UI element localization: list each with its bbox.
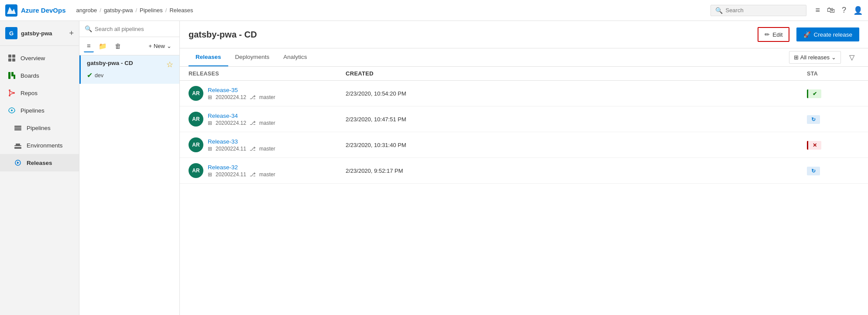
repos-icon [7, 89, 16, 97]
build-icon: ⊞ [208, 94, 212, 100]
table-row[interactable]: AR Release-33 ⊞ 20200224.11 ⎇ master 2/2… [180, 132, 868, 158]
star-icon[interactable]: ☆ [166, 60, 173, 69]
status-badge: ↻ [807, 167, 820, 175]
status-col: ✕ [807, 141, 859, 148]
help-icon[interactable]: ? [842, 6, 846, 15]
breadcrumb-pipelines[interactable]: Pipelines [140, 7, 163, 14]
chevron-down-icon: ⌄ [167, 43, 172, 49]
sidebar: G gatsby-pwa + Overview [0, 21, 79, 315]
settings-icon[interactable]: ≡ [815, 6, 820, 15]
releases-table: Releases Created Sta AR Release-35 ⊞ 202… [180, 67, 868, 315]
topbar-actions: ≡ 🛍 ? 👤 [815, 6, 863, 15]
page-title: gatsby-pwa - CD [189, 30, 751, 40]
sidebar-item-pipelines[interactable]: Pipelines [0, 119, 79, 137]
svg-rect-18 [14, 129, 21, 130]
table-row[interactable]: AR Release-35 ⊞ 20200224.12 ⎇ master 2/2… [180, 81, 868, 106]
filter-button[interactable]: ▽ [844, 50, 859, 65]
environments-icon [14, 141, 22, 150]
topbar-search-box[interactable] [710, 5, 806, 16]
pipeline-search-input[interactable] [95, 26, 174, 32]
pencil-icon: ✏ [765, 31, 770, 38]
project-info: G gatsby-pwa [5, 27, 52, 39]
app-logo[interactable]: Azure DevOps [5, 4, 66, 17]
project-avatar: G [5, 27, 17, 39]
plus-icon: + [148, 43, 152, 49]
breadcrumb-project[interactable]: gatsby-pwa [104, 7, 133, 14]
table-row[interactable]: AR Release-32 ⊞ 20200224.11 ⎇ master 2/2… [180, 158, 868, 184]
breadcrumb-angrobe[interactable]: angrobe [76, 7, 97, 14]
new-pipeline-button[interactable]: + New ⌄ [145, 41, 175, 51]
avatar: AR [189, 137, 203, 152]
topbar: Azure DevOps angrobe / gatsby-pwa / Pipe… [0, 0, 868, 21]
sep3: / [165, 7, 167, 14]
svg-rect-20 [16, 144, 20, 145]
search-icon [715, 7, 723, 14]
branch-name: master [259, 120, 275, 126]
folder-button[interactable]: 📁 [96, 40, 110, 52]
svg-point-10 [9, 95, 10, 96]
sidebar-item-releases[interactable]: Releases [0, 154, 79, 171]
pipeline-search-bar: 🔍 [79, 21, 179, 37]
release-col: AR Release-34 ⊞ 20200224.12 ⎇ master [189, 112, 346, 127]
svg-rect-2 [8, 55, 11, 58]
status-badge: ↻ [807, 115, 820, 124]
pipeline-toolbar: ≡ 📁 🗑 + New ⌄ [79, 37, 179, 55]
created-col: 2/23/2020, 10:31:40 PM [346, 142, 807, 148]
svg-line-14 [10, 93, 14, 95]
status-col: ✔ [807, 90, 859, 97]
table-row[interactable]: AR Release-34 ⊞ 20200224.12 ⎇ master 2/2… [180, 106, 868, 132]
pipelines-group-icon [7, 106, 16, 115]
sep2: / [135, 7, 137, 14]
tabs-left: Releases Deployments Analytics [189, 48, 314, 66]
tab-analytics[interactable]: Analytics [276, 48, 314, 66]
avatar: AR [189, 163, 203, 178]
svg-rect-7 [11, 72, 14, 76]
svg-rect-17 [14, 127, 21, 129]
sidebar-label-pipelines: Pipelines [27, 125, 51, 131]
sidebar-item-repos[interactable]: Repos [0, 84, 79, 102]
sidebar-item-overview[interactable]: Overview [0, 49, 79, 67]
sidebar-item-boards[interactable]: Boards [0, 67, 79, 84]
boards-icon [7, 71, 16, 80]
all-releases-dropdown[interactable]: ⊞ All releases ⌄ [789, 51, 841, 64]
avatar: AR [189, 86, 203, 101]
sidebar-item-pipelines-group[interactable]: Pipelines [0, 102, 79, 119]
tab-deployments[interactable]: Deployments [228, 48, 277, 66]
release-name: Release-34 [208, 113, 275, 119]
main-content: gatsby-pwa - CD ✏ Edit 🚀 Create release … [180, 21, 868, 315]
branch-icon: ⎇ [250, 94, 256, 100]
add-project-button[interactable]: + [69, 29, 74, 38]
all-releases-label: All releases [800, 54, 830, 61]
pipeline-search-icon: 🔍 [85, 25, 92, 32]
pipeline-list-item[interactable]: gatsby-pwa - CD ☆ ✔ dev [79, 55, 179, 84]
list-view-button[interactable]: ≡ [84, 40, 94, 52]
tab-releases[interactable]: Releases [189, 48, 228, 66]
search-input[interactable] [725, 7, 802, 14]
build-number: 20200224.11 [216, 171, 246, 178]
svg-point-15 [11, 110, 13, 111]
breadcrumb: angrobe / gatsby-pwa / Pipelines / Relea… [76, 7, 707, 14]
svg-line-13 [10, 91, 14, 93]
env-status-icon: ✔ [87, 71, 93, 79]
overview-icon [7, 54, 16, 62]
delete-button[interactable]: 🗑 [112, 40, 124, 52]
build-icon: ⊞ [208, 146, 212, 152]
release-col: AR Release-33 ⊞ 20200224.11 ⎇ master [189, 137, 346, 152]
bag-icon[interactable]: 🛍 [827, 6, 835, 15]
edit-button[interactable]: ✏ Edit [758, 27, 789, 42]
svg-rect-8 [14, 75, 15, 79]
branch-name: master [259, 146, 275, 152]
breadcrumb-releases[interactable]: Releases [169, 7, 193, 14]
edit-label: Edit [772, 31, 782, 38]
svg-point-9 [9, 89, 10, 91]
sidebar-item-environments[interactable]: Environments [0, 137, 79, 154]
user-icon[interactable]: 👤 [853, 6, 863, 15]
pipeline-panel: 🔍 ≡ 📁 🗑 + New ⌄ gatsby-pwa - CD ☆ ✔ [79, 21, 180, 315]
branch-name: master [259, 94, 275, 100]
create-release-button[interactable]: 🚀 Create release [796, 27, 859, 41]
release-info: Release-33 ⊞ 20200224.11 ⎇ master [208, 138, 275, 152]
status-col: ↻ [807, 167, 859, 174]
project-name: gatsby-pwa [21, 30, 52, 37]
release-info: Release-32 ⊞ 20200224.11 ⎇ master [208, 164, 275, 178]
created-col: 2/23/2020, 10:54:20 PM [346, 90, 807, 97]
